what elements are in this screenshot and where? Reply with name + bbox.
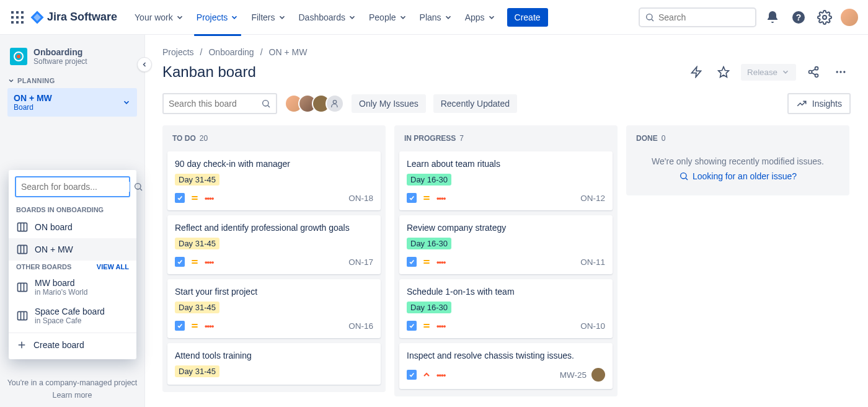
app-switcher-icon[interactable] [10,10,25,25]
board-selector-title: ON + MW [14,93,122,103]
chevron-left-icon [141,61,148,68]
user-avatar[interactable] [841,9,858,26]
learn-more-link[interactable]: Learn more [0,391,144,400]
issue-card[interactable]: Attend tools trainingDay 31-45 [167,343,381,385]
column-header: DONE0 [626,125,849,146]
project-header[interactable]: Onboarding Software project [7,47,137,66]
svg-line-10 [652,19,653,21]
chevron-down-icon [122,98,131,107]
product-name: Jira Software [47,11,117,24]
global-search-field[interactable] [658,12,750,22]
top-nav: Jira Software Your workProjectsFiltersDa… [0,0,868,35]
board-picker-search[interactable] [15,176,130,197]
sidebar-collapse-button[interactable] [137,57,152,72]
more-icon[interactable] [831,62,851,82]
older-issue-link[interactable]: Looking for an older issue? [679,171,797,181]
board-search-input[interactable] [162,93,277,114]
nav-item-apps[interactable]: Apps [460,9,501,26]
priority-icon [190,321,200,331]
create-board-button[interactable]: Create board [9,333,136,357]
board-search-field[interactable] [169,99,257,109]
board-column: IN PROGRESS7Learn about team ritualsDay … [394,125,618,396]
main-content: Projects/Onboarding/ON + MW Kanban board… [145,35,868,407]
card-title: Reflect and identify professional growth… [175,223,373,233]
card-title: Schedule 1-on-1s with team [407,287,605,297]
svg-point-17 [135,184,141,189]
svg-point-42 [843,71,845,73]
board-column: DONE0We're only showing recently modifie… [626,125,849,195]
filter-only-my-issues[interactable]: Only My Issues [352,94,426,113]
automation-icon[interactable] [686,62,706,82]
board-picker-item[interactable]: Space Cafe boardin Space Cafe [9,302,136,330]
svg-rect-19 [18,223,27,231]
issue-card[interactable]: Learn about team ritualsDay 16-30••••ON-… [399,151,613,210]
svg-point-41 [839,71,841,73]
assignee-avatar[interactable] [591,368,605,382]
svg-point-45 [333,101,336,104]
status-dots: •••• [436,321,445,331]
chevron-down-icon [781,68,790,76]
card-label: Day 16-30 [407,174,451,186]
board-picker-popover: BOARDS IN ONBOARDINGON boardON + MWOTHER… [9,170,136,359]
issue-card[interactable]: Schedule 1-on-1s with teamDay 16-30••••O… [399,279,613,338]
board-picker-group-header: OTHER BOARDSVIEW ALL [9,261,136,273]
insights-button[interactable]: Insights [787,93,851,114]
search-icon [261,99,271,109]
breadcrumb-item[interactable]: Projects [162,47,194,57]
chevron-down-icon [399,13,407,22]
status-dots: •••• [205,194,213,203]
board-picker-item[interactable]: MW boardin Mario's World [9,273,136,302]
card-label: Day 16-30 [407,238,451,249]
board-icon [16,221,29,233]
issue-card[interactable]: Review company strategyDay 16-30••••ON-1… [399,215,613,274]
board-picker-item[interactable]: ON + MW [9,238,136,261]
nav-item-your-work[interactable]: Your work [130,9,189,26]
nav-item-plans[interactable]: Plans [415,9,458,26]
settings-icon[interactable] [815,7,835,27]
card-title: 90 day check-in with manager [175,159,373,169]
issue-key: ON-18 [348,194,373,203]
chevron-down-icon [7,77,15,84]
issue-card[interactable]: Start your first projectDay 31-45••••ON-… [167,279,381,338]
help-icon[interactable]: ? [789,7,808,27]
nav-item-dashboards[interactable]: Dashboards [294,9,362,26]
svg-line-44 [268,105,270,107]
view-all-link[interactable]: VIEW ALL [97,263,129,271]
page-title: Kanban board [162,63,256,81]
issue-type-icon [407,321,417,331]
sidebar-section-header[interactable]: PLANNING [7,77,137,84]
share-icon[interactable] [804,62,823,82]
breadcrumb-item[interactable]: Onboarding [208,47,254,57]
filter-recently-updated[interactable]: Recently Updated [433,94,517,113]
issue-card[interactable]: 90 day check-in with managerDay 31-45•••… [167,151,381,210]
add-people-button[interactable] [326,94,344,113]
issue-key: ON-12 [580,194,605,203]
nav-item-filters[interactable]: Filters [246,9,291,26]
search-icon [133,182,143,192]
create-button[interactable]: Create [507,8,548,27]
card-label: Day 31-45 [175,174,219,186]
board-picker-item[interactable]: ON board [9,216,136,238]
board-picker-search-input[interactable] [21,182,130,192]
issue-type-icon [407,193,417,203]
issue-card[interactable]: Reflect and identify professional growth… [167,215,381,274]
svg-point-36 [809,71,812,74]
card-label: Day 31-45 [175,238,219,249]
issue-card[interactable]: Inspect and resolve chassis twisting iss… [399,343,613,389]
priority-icon [422,370,432,380]
board-selector[interactable]: ON + MW Board [7,88,137,117]
breadcrumb-item[interactable]: ON + MW [269,47,308,57]
star-icon[interactable] [714,62,733,82]
nav-item-people[interactable]: People [364,9,412,26]
svg-rect-4 [16,16,19,19]
issue-type-icon [175,257,185,267]
status-dots: •••• [205,321,213,331]
product-logo[interactable]: Jira Software [30,10,117,25]
nav-item-projects[interactable]: Projects [192,9,244,26]
board-icon [16,310,29,322]
notifications-icon[interactable] [763,7,782,27]
board-column: TO DO2090 day check-in with managerDay 3… [162,125,386,392]
release-button[interactable]: Release [741,64,796,81]
chevron-down-icon [175,13,184,22]
global-search-input[interactable] [639,7,756,27]
